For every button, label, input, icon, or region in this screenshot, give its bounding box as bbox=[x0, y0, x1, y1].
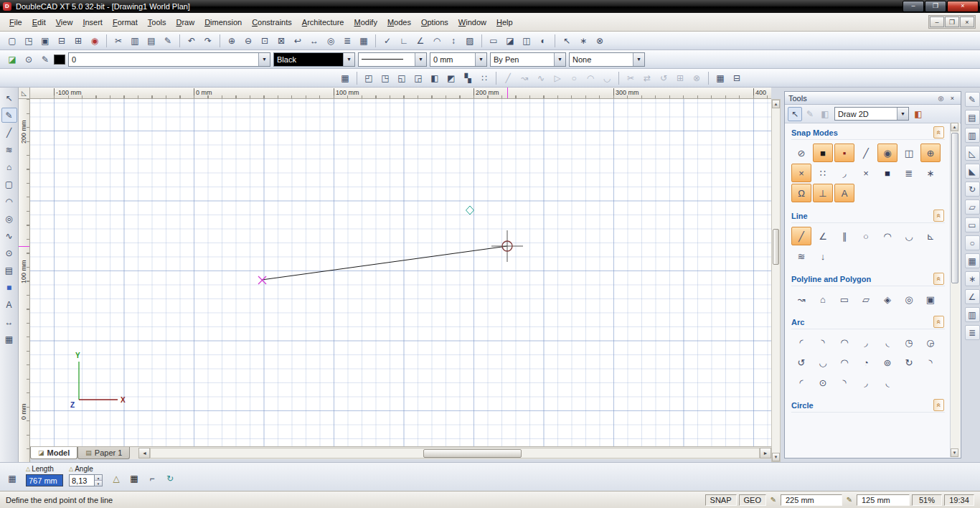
collapse-section-icon[interactable]: « bbox=[933, 399, 944, 411]
snap-nearest-icon[interactable]: ╱ bbox=[856, 144, 876, 162]
format-painter-icon[interactable]: ✎ bbox=[160, 33, 176, 49]
snap-angle-icon[interactable]: A bbox=[834, 184, 854, 202]
arc-tangent-icon[interactable]: ◞ bbox=[856, 333, 876, 352]
spline-tool-icon[interactable]: ∿ bbox=[1, 228, 17, 243]
irregular-polygon-icon[interactable]: ◈ bbox=[877, 290, 897, 309]
snap-opposite-icon[interactable]: × bbox=[856, 164, 876, 182]
arc-direction-icon[interactable]: ↻ bbox=[899, 353, 919, 372]
chevron-down-icon[interactable]: ▼ bbox=[343, 53, 354, 66]
menu-window[interactable]: Window bbox=[453, 15, 491, 29]
pattern-dots-icon[interactable]: ∷ bbox=[476, 70, 492, 86]
dimension-tool-icon[interactable]: ↔ bbox=[1, 314, 17, 329]
shaded-view-icon[interactable]: ◪ bbox=[502, 33, 518, 49]
arc-complement-icon[interactable]: ◔ bbox=[856, 353, 876, 372]
line-vertical-icon[interactable]: ↓ bbox=[813, 247, 833, 265]
menu-draw[interactable]: Draw bbox=[171, 15, 199, 29]
menu-format[interactable]: Format bbox=[108, 15, 143, 29]
snap-tangent-icon[interactable]: ◞ bbox=[834, 164, 854, 182]
spin-up-icon[interactable]: ▴ bbox=[95, 475, 102, 481]
arc-circumscribed-icon[interactable]: ⊚ bbox=[877, 353, 897, 372]
lighting-icon[interactable]: ◐ bbox=[535, 33, 551, 49]
circle-tool-icon[interactable]: ◎ bbox=[1, 211, 17, 226]
line-tangent-to-arc-icon[interactable]: ○ bbox=[856, 227, 876, 245]
print-area-icon[interactable]: ⊟ bbox=[729, 70, 745, 86]
scroll-up-icon[interactable]: ▲ bbox=[951, 123, 958, 131]
length-flyout-icon[interactable]: △ bbox=[26, 466, 30, 472]
snap-none-icon[interactable]: ⊘ bbox=[791, 144, 811, 162]
chevron-down-icon[interactable]: ▼ bbox=[475, 53, 486, 66]
panel-scrollbar[interactable]: ▲ ▼ bbox=[950, 123, 960, 457]
clipboard-icon[interactable]: ▤ bbox=[965, 110, 980, 125]
arc-double-point-icon[interactable]: ◝ bbox=[813, 333, 833, 352]
double-line-tool-icon[interactable]: ≋ bbox=[1, 142, 17, 157]
text-tool-icon[interactable]: A bbox=[1, 297, 17, 312]
calculator-icon[interactable]: ≣ bbox=[339, 33, 355, 49]
chevron-down-icon[interactable]: ▼ bbox=[258, 53, 270, 66]
y-coordinate-field[interactable]: 125 mm bbox=[857, 494, 910, 506]
layer-manager-icon[interactable]: ◪ bbox=[4, 52, 20, 67]
arc-half-icon[interactable]: ◠ bbox=[834, 353, 854, 372]
select-tool-icon[interactable]: ↖ bbox=[1, 90, 17, 105]
snap-strip-icon[interactable]: ∗ bbox=[965, 271, 980, 286]
refresh-icon[interactable]: ↻ bbox=[162, 471, 178, 486]
mdi-close-button[interactable]: × bbox=[960, 17, 974, 27]
dimension-icon[interactable]: ↕ bbox=[446, 33, 461, 49]
save-icon[interactable]: ▣ bbox=[37, 33, 53, 49]
angle-input[interactable] bbox=[69, 474, 95, 486]
scroll-up-icon[interactable]: ▲ bbox=[772, 100, 780, 108]
snap-magnet-icon[interactable]: Ω bbox=[791, 184, 811, 202]
paste-icon[interactable]: ▤ bbox=[143, 33, 159, 49]
menu-edit[interactable]: Edit bbox=[27, 15, 51, 29]
angle-flyout-icon[interactable]: △ bbox=[69, 466, 73, 472]
close-icon[interactable]: × bbox=[948, 93, 957, 103]
collapse-section-icon[interactable]: « bbox=[933, 316, 944, 328]
arc-start-end-icon[interactable]: ◟ bbox=[877, 333, 897, 352]
line-tool-icon[interactable]: ✎ bbox=[1, 108, 17, 123]
grid-settings-icon[interactable]: ▦ bbox=[712, 70, 728, 86]
drawing-setup-icon[interactable]: ▦ bbox=[356, 33, 372, 49]
horizontal-scrollbar[interactable] bbox=[150, 448, 760, 458]
explode-disabled-icon[interactable]: ⊗ bbox=[689, 70, 705, 86]
rectangle-icon[interactable]: ▭ bbox=[834, 290, 854, 309]
panel-scrollbar-thumb[interactable] bbox=[951, 133, 958, 283]
layer-combo[interactable]: 0 ▼ bbox=[68, 52, 270, 67]
snap-ortho-icon[interactable]: ⊥ bbox=[813, 184, 833, 202]
menu-view[interactable]: View bbox=[51, 15, 78, 29]
collapse-section-icon[interactable]: « bbox=[933, 273, 944, 285]
line-tangent-two-arcs-icon[interactable]: ◡ bbox=[899, 227, 919, 245]
spin-down-icon[interactable]: ▾ bbox=[95, 481, 102, 486]
new-drawing-icon[interactable]: ▢ bbox=[4, 33, 20, 49]
mode-combo[interactable]: Draw 2D ▼ bbox=[834, 107, 909, 121]
arc-elliptical-icon[interactable]: ↺ bbox=[791, 353, 811, 372]
inspector-grip-icon[interactable]: ▦ bbox=[4, 471, 20, 486]
chevron-down-icon[interactable]: ▼ bbox=[415, 53, 426, 66]
solid-tool-icon[interactable]: ■ bbox=[1, 280, 17, 295]
segment-disabled-icon[interactable]: ╱ bbox=[500, 70, 516, 86]
notes-icon[interactable]: ▥ bbox=[965, 128, 980, 143]
snap-vertex-icon[interactable]: ■ bbox=[813, 144, 833, 162]
line-multiline-icon[interactable]: ≋ bbox=[791, 247, 811, 265]
visibility-icon[interactable]: ⊙ bbox=[21, 52, 37, 67]
arc-center-radius-icon[interactable]: ◜ bbox=[791, 333, 811, 352]
snap-aperture-icon[interactable]: ∗ bbox=[920, 164, 941, 182]
segment-tool-icon[interactable]: ╱ bbox=[1, 125, 17, 140]
table-grid-icon[interactable]: ▦ bbox=[337, 70, 353, 86]
maximize-button[interactable]: ❐ bbox=[925, 1, 946, 12]
cut-icon[interactable]: ✂ bbox=[110, 33, 126, 49]
bounded-hatch-icon[interactable]: ▣ bbox=[920, 290, 941, 309]
pattern-bottom-right-icon[interactable]: ◲ bbox=[410, 70, 426, 86]
minimize-button[interactable]: – bbox=[903, 1, 924, 12]
menu-options[interactable]: Options bbox=[416, 15, 453, 29]
mirror-disabled-icon[interactable]: ⇄ bbox=[639, 70, 655, 86]
grid-strip-icon[interactable]: ▦ bbox=[965, 253, 980, 268]
snap-divide-icon[interactable]: ≣ bbox=[899, 164, 919, 182]
vertical-ruler[interactable]: 200 mm 100 mm 0 mm bbox=[19, 99, 30, 462]
collapse-section-icon[interactable]: « bbox=[933, 210, 944, 222]
angle-toggle-icon[interactable]: ∠ bbox=[413, 33, 428, 49]
triangle-disabled-icon[interactable]: ▷ bbox=[550, 70, 565, 86]
menu-tools[interactable]: Tools bbox=[143, 15, 171, 29]
snap-midpoint-icon[interactable]: ▪ bbox=[834, 144, 854, 162]
scroll-right-icon[interactable]: ► bbox=[760, 448, 771, 458]
open-icon[interactable]: ◳ bbox=[21, 33, 37, 49]
undo-icon[interactable]: ↶ bbox=[184, 33, 199, 49]
